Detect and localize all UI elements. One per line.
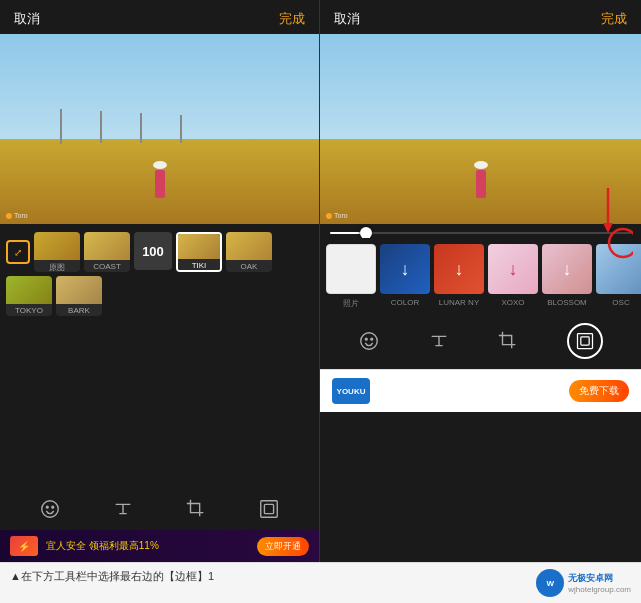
frame-color-inner: ↓: [380, 244, 430, 294]
wl-circle: W: [536, 569, 564, 597]
left-photo-area: Toro: [0, 34, 319, 224]
left-bottom-toolbar: [0, 488, 319, 530]
filter-original[interactable]: 原图: [34, 232, 80, 272]
filter-thumb-img-tokyo: [6, 276, 52, 304]
frame-label-blossom: BLOSSOM: [542, 298, 592, 309]
emoji-tool-left[interactable]: [39, 498, 61, 520]
svg-point-9: [365, 338, 367, 340]
frame-label-xoxo: XOXO: [488, 298, 538, 309]
frame-icon-left: [258, 498, 280, 520]
filter-thumb-img-bark: [56, 276, 102, 304]
right-figure-hat: [474, 161, 488, 169]
filter-label-oak: OAK: [226, 260, 272, 272]
windmill-4: [180, 115, 182, 143]
filter-tokyo[interactable]: TOKYO: [6, 276, 52, 316]
windmill-1: [60, 109, 62, 144]
crop-icon-right: [497, 330, 519, 352]
right-done-button[interactable]: 完成: [601, 10, 627, 28]
slider-fill: [330, 232, 360, 234]
left-figure: [153, 161, 167, 198]
filter-bark[interactable]: BARK: [56, 276, 102, 316]
frame-color[interactable]: ↓: [380, 244, 430, 294]
download-arrow-2: ↓: [455, 259, 464, 280]
frame-tool-right-active[interactable]: [567, 323, 603, 359]
filter-thumb-img-oak: [226, 232, 272, 260]
caption-text: ▲在下方工具栏中选择最右边的【边框】1: [10, 569, 530, 584]
red-arrow-container: [583, 183, 633, 267]
frame-icon-right: [575, 331, 595, 351]
filter-value-box: 100: [134, 232, 172, 270]
left-watermark: Toro: [6, 212, 28, 219]
filter-row-extra: TOKYO BARK: [0, 276, 319, 320]
wl-text-block: 无极安卓网 wjhotelgroup.com: [568, 572, 631, 594]
frame-lunar[interactable]: ↓: [434, 244, 484, 294]
left-field: [0, 139, 319, 225]
youku-cta-button[interactable]: 免费下载: [569, 380, 629, 402]
svg-marker-7: [603, 223, 613, 233]
filter-tiki[interactable]: TIKI: [176, 232, 222, 272]
banner-cta-left[interactable]: 立即开通: [257, 537, 309, 556]
youku-logo-text: YOUKU: [337, 387, 366, 396]
banner-highlight-text: 领福利最高11%: [89, 540, 159, 551]
frame-label-osc: OSC: [596, 298, 641, 309]
text-tool-left[interactable]: [112, 498, 134, 520]
frame-label-lunar: LUNAR NY: [434, 298, 484, 309]
red-arrow-svg: [583, 183, 633, 263]
right-cancel-button[interactable]: 取消: [334, 10, 360, 28]
youku-banner: YOUKU 免费下载: [320, 369, 641, 412]
right-figure: [474, 161, 488, 198]
windmill-3: [140, 113, 142, 143]
left-cancel-button[interactable]: 取消: [14, 10, 40, 28]
filter-label-bark: BARK: [56, 304, 102, 316]
right-figure-body: [476, 170, 486, 198]
banner-main-text: 宜人安全: [46, 540, 86, 551]
frame-lunar-inner: ↓: [434, 244, 484, 294]
left-done-button[interactable]: 完成: [279, 10, 305, 28]
download-arrow-1: ↓: [401, 259, 410, 280]
wl-brand: W: [547, 579, 555, 588]
emoji-tool-right[interactable]: [358, 330, 380, 352]
right-bottom-toolbar: [320, 313, 641, 369]
expand-button[interactable]: ⤢: [6, 240, 30, 264]
left-panel-header: 取消 完成: [0, 0, 319, 34]
filter-label-tiki: TIKI: [178, 259, 220, 272]
svg-rect-12: [581, 337, 589, 345]
wl-brand-name: 无极安卓网: [568, 572, 631, 585]
filter-label-original: 原图: [34, 260, 80, 272]
youku-logo: YOUKU: [332, 378, 370, 404]
figure-body: [155, 170, 165, 198]
watermark-dot: [6, 213, 12, 219]
banner-icon-left: ⚡: [10, 536, 38, 556]
banner-text-left: 宜人安全 领福利最高11%: [46, 539, 249, 553]
two-panels: 取消 完成 Toro: [0, 0, 641, 562]
filter-label-coast: COAST: [84, 260, 130, 272]
frame-tool-active-container: [567, 323, 603, 359]
frame-xoxo[interactable]: ↓: [488, 244, 538, 294]
svg-point-0: [42, 501, 59, 518]
text-tool-right[interactable]: [428, 330, 450, 352]
frame-tool-left[interactable]: [258, 498, 280, 520]
watermark-text: Toro: [14, 212, 28, 219]
frame-photo[interactable]: [326, 244, 376, 294]
svg-rect-11: [578, 334, 593, 349]
right-watermark-dot: [326, 213, 332, 219]
filter-coast[interactable]: COAST: [84, 232, 130, 272]
main-container: 取消 完成 Toro: [0, 0, 641, 603]
svg-point-2: [52, 506, 54, 508]
left-sky: [0, 34, 319, 139]
text-icon-right: [428, 330, 450, 352]
emoji-icon-right: [358, 330, 380, 352]
svg-point-8: [361, 333, 378, 350]
crop-tool-right[interactable]: [497, 330, 519, 352]
filter-thumb-img: [34, 232, 80, 260]
crop-tool-left[interactable]: [185, 498, 207, 520]
filter-oak[interactable]: OAK: [226, 232, 272, 272]
download-arrow-4: ↓: [563, 259, 572, 280]
svg-point-10: [371, 338, 373, 340]
filter-row-left: ⤢ 原图 COAST 100 TI: [0, 224, 319, 276]
filter-thumb-img-tiki: [178, 234, 220, 259]
svg-rect-3: [260, 501, 277, 518]
frame-label-color: COLOR: [380, 298, 430, 309]
frame-label-photo: 照片: [326, 298, 376, 309]
filter-thumbnails: 原图 COAST 100 TIKI OAK: [34, 232, 272, 272]
